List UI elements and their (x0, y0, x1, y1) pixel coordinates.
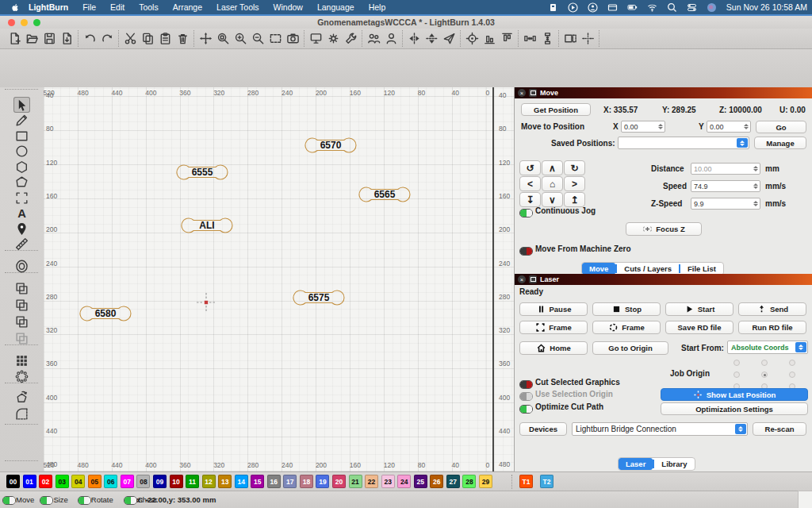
tab-library[interactable]: Library (654, 458, 694, 470)
device-wrench-button[interactable] (342, 30, 359, 47)
export-file-button[interactable] (58, 30, 75, 47)
save-file-button[interactable] (40, 30, 58, 47)
menu-language[interactable]: Language (310, 2, 362, 12)
tool-ellipse[interactable] (13, 144, 30, 160)
start-from-dropdown[interactable]: Absolute Coords (727, 341, 808, 354)
align-top-button[interactable] (498, 30, 515, 47)
name-tag-6580[interactable]: 6580 (79, 306, 132, 321)
home-button[interactable]: Home (519, 341, 588, 355)
jog-down-button[interactable]: ∨ (542, 192, 563, 207)
jog-z-down-button[interactable]: ↧ (519, 192, 541, 207)
apple-icon[interactable] (11, 3, 20, 12)
save-rd-file-button[interactable]: Save RD file (665, 321, 733, 334)
tool-weld-union[interactable] (13, 280, 30, 296)
job-origin-radio-0-1[interactable] (761, 360, 768, 366)
menu-help[interactable]: Help (362, 2, 393, 12)
layer-swatch-05[interactable]: 05 (88, 475, 102, 488)
window-icon[interactable] (607, 2, 618, 13)
open-file-button[interactable] (23, 30, 40, 47)
siri-icon[interactable] (707, 2, 717, 13)
zoom-page-button[interactable] (214, 30, 232, 47)
layer-swatch-20[interactable]: 20 (332, 475, 346, 488)
menu-laser-tools[interactable]: Laser Tools (209, 2, 266, 12)
status-toggle-shear[interactable] (124, 496, 137, 505)
paste-button[interactable] (156, 30, 174, 47)
tool-boolean-subtract[interactable] (13, 297, 30, 313)
close-panel-icon[interactable]: × (518, 89, 526, 97)
snap-position-button[interactable] (579, 30, 596, 47)
layer-swatch-11[interactable]: 11 (186, 475, 199, 488)
new-file-button[interactable] (6, 30, 23, 47)
continuous-jog-toggle[interactable] (519, 209, 533, 217)
move-x-spinner[interactable] (657, 122, 664, 131)
job-origin-radio-0-2[interactable] (789, 360, 795, 366)
job-origin-radio-1-2[interactable] (789, 371, 795, 378)
tool-select[interactable] (13, 97, 30, 113)
play-circle-icon[interactable] (568, 2, 578, 13)
menu-tools[interactable]: Tools (132, 2, 166, 12)
tool-polygon[interactable] (13, 159, 30, 175)
jog-up-button[interactable]: ∧ (542, 160, 563, 175)
tab-file-list[interactable]: File List (680, 263, 723, 275)
layer-swatch-T2[interactable]: T2 (540, 475, 553, 488)
layer-swatch-21[interactable]: 21 (349, 475, 362, 488)
name-tag-6555[interactable]: 6555 (176, 164, 228, 180)
name-tag-6575[interactable]: 6575 (293, 290, 345, 306)
tab-move[interactable]: Move (582, 263, 615, 275)
layer-swatch-07[interactable]: 07 (121, 475, 134, 488)
rescan-button[interactable]: Re-scan (753, 422, 806, 436)
settings-gear-button[interactable] (324, 30, 342, 47)
layer-swatch-09[interactable]: 09 (153, 475, 167, 488)
tool-laser-position[interactable] (13, 221, 30, 237)
tool-apply-path[interactable] (13, 389, 30, 405)
copy-button[interactable] (139, 30, 156, 47)
zspeed-spinner[interactable] (753, 199, 759, 208)
design-canvas[interactable]: 5205204804804404404004003603603203202802… (44, 87, 514, 471)
move-x-field[interactable]: 0.00 (621, 121, 665, 133)
move-from-machine-zero-toggle[interactable] (519, 247, 533, 256)
layer-swatch-15[interactable]: 15 (251, 475, 264, 488)
undo-button[interactable] (81, 30, 98, 47)
menu-file[interactable]: File (75, 2, 103, 12)
speed-spinner[interactable] (753, 182, 759, 190)
layer-swatch-08[interactable]: 08 (136, 475, 150, 488)
layer-swatch-24[interactable]: 24 (397, 475, 411, 488)
pause-button[interactable]: Pause (519, 302, 588, 316)
move-panel-header[interactable]: × Move (515, 87, 812, 98)
redo-button[interactable] (98, 30, 116, 47)
jog-z-up-button[interactable]: ↥ (564, 192, 585, 207)
saved-positions-dropdown[interactable] (618, 137, 749, 149)
layer-swatch-19[interactable]: 19 (316, 475, 329, 488)
tab-cuts-layers[interactable]: Cuts / Layers (617, 263, 679, 275)
cut-selected-toggle[interactable] (519, 380, 533, 389)
layer-swatch-17[interactable]: 17 (283, 475, 297, 488)
scrollbar-corner[interactable] (798, 491, 812, 508)
tool-draw-pencil[interactable] (13, 113, 30, 129)
layer-swatch-02[interactable]: 02 (39, 475, 52, 488)
job-origin-radio-1-1[interactable] (761, 371, 768, 378)
user-circle-icon[interactable] (588, 2, 598, 13)
focus-target-button[interactable] (463, 30, 481, 47)
focus-z-button[interactable]: Focus Z (626, 222, 702, 236)
zoom-out-button[interactable] (249, 30, 266, 47)
align-bottom-button[interactable] (481, 30, 498, 47)
tool-radius-corner[interactable] (13, 406, 30, 421)
layer-swatch-25[interactable]: 25 (414, 475, 427, 488)
manage-button[interactable]: Manage (754, 137, 806, 149)
send-laser-button[interactable] (440, 30, 458, 47)
jog-rotate-cw-button[interactable]: ↻ (564, 160, 585, 175)
frame-selection-button[interactable] (266, 30, 284, 47)
layer-swatch-06[interactable]: 06 (104, 475, 117, 488)
tool-measure[interactable] (13, 237, 30, 252)
distribute-horizontal-button[interactable] (521, 30, 538, 47)
optimize-cut-path-toggle[interactable] (519, 405, 533, 414)
layer-swatch-28[interactable]: 28 (462, 475, 476, 488)
job-origin-radio-0-0[interactable] (733, 360, 740, 366)
get-position-button[interactable]: Get Position (521, 103, 591, 116)
frame-rect-button[interactable]: Frame (519, 321, 588, 334)
tool-offset-shapes[interactable] (13, 258, 30, 274)
jog-rotate-ccw-button[interactable]: ↺ (519, 160, 541, 175)
menu-edit[interactable]: Edit (103, 2, 132, 12)
move-y-spinner[interactable] (743, 122, 749, 131)
wifi-icon[interactable] (647, 2, 657, 13)
